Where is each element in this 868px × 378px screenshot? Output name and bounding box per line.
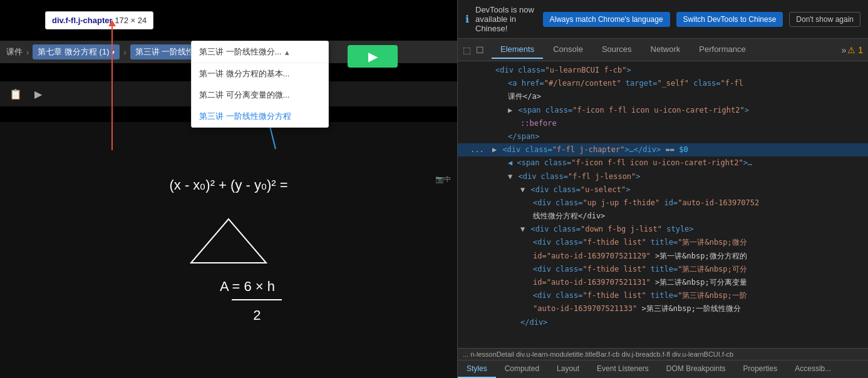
dont-show-again-button[interactable]: Don't show again [789, 12, 860, 27]
breadcrumb-sep2: › [123, 48, 126, 57]
tab-layout[interactable]: Layout [548, 360, 588, 378]
lesson-dropdown: 第三讲 一阶线性微分... ▴ 第一讲 微分方程的基本... 第二讲 可分离变量… [191, 41, 329, 128]
code-line-18[interactable]: "auto-id-1639707521133" >第三讲&nbsp;一阶线性微分 [458, 302, 868, 315]
tab-console[interactable]: Console [544, 41, 592, 59]
code-line-12[interactable]: ▼ <div class="down f-bg j-list" style> [458, 223, 868, 236]
tab-accessibility[interactable]: Accessib... [786, 360, 840, 378]
notes-icon[interactable]: 📋 [9, 88, 22, 100]
tab-properties[interactable]: Properties [735, 360, 787, 378]
dropdown-item-2[interactable]: 第三讲 一阶线性微分方程 [192, 106, 328, 127]
code-line-17[interactable]: <div class="f-thide list" title="第三讲&nbs… [458, 289, 868, 302]
devtools-tab-icons: ⬚ ☐ [463, 45, 484, 55]
code-line-15[interactable]: <div class="f-thide list" title="第二讲&nbs… [458, 263, 868, 276]
devtools-statusbar: ... n-lessonDetail div.u-learn-moduletit… [458, 348, 868, 360]
tooltip-size: 172 × 24 [115, 16, 147, 25]
code-line-11[interactable]: 线性微分方程</div> [458, 210, 868, 223]
devtools-tab-bar: ⬚ ☐ Elements Console Sources Network Per… [458, 39, 868, 61]
device-icon[interactable]: ☐ [476, 45, 484, 55]
devtools-bottom-tab-bar: Styles Computed Layout Event Listeners D… [458, 360, 868, 378]
devtools-code-view[interactable]: <div class="u-learnBCUI f-cb"> <a href="… [458, 61, 868, 348]
code-line-10[interactable]: <div class="up j-up f-thide" id="auto-id… [458, 197, 868, 210]
devtools-notification-bar: ℹ DevTools is now available in Chinese! … [458, 0, 868, 39]
code-line-14[interactable]: id="auto-id-1639707521129" >第一讲&nbsp;微分方… [458, 250, 868, 263]
code-line-1[interactable]: <div class="u-learnBCUI f-cb"> [458, 64, 868, 77]
formula-line-3: A = 6 × h [207, 274, 287, 299]
code-line-4[interactable]: ▶ <span class="f-icon f-fl icon u-icon-c… [458, 104, 868, 117]
element-tooltip: div.f-fl.j-chapter 172 × 24 [45, 11, 153, 29]
warning-badge: ⚠ 1 [847, 45, 863, 55]
dropdown-header-label: 第三讲 一阶线性微分... [199, 46, 281, 58]
play-icon[interactable]: ▶ [34, 88, 42, 100]
video-area: (x - x₀)² + (y - y₀)² = A = 6 × h 2 [0, 122, 457, 378]
play-button[interactable]: ▶ [348, 45, 398, 68]
code-line-selected[interactable]: ... ▶ <div class="f-fl j-chapter">…</div… [458, 143, 868, 156]
dropdown-item-0[interactable]: 第一讲 微分方程的基本... [192, 63, 328, 84]
dropdown-item-label-0: 第一讲 微分方程的基本... [199, 68, 289, 79]
dropdown-item-1[interactable]: 第二讲 可分离变量的微... [192, 84, 328, 106]
tab-computed[interactable]: Computed [496, 360, 548, 378]
more-tabs-button[interactable]: » [842, 45, 847, 55]
tab-event-listeners[interactable]: Event Listeners [588, 360, 658, 378]
breadcrumb-chapter-label: 第七章 微分方程 (1) [38, 46, 109, 58]
code-line-9[interactable]: ▼ <div class="u-select"> [458, 183, 868, 197]
left-panel: div.f-fl.j-chapter 172 × 24 课件 › 第七章 微分方… [0, 0, 457, 378]
code-line-19[interactable]: </div> [458, 316, 868, 329]
tab-elements[interactable]: Elements [492, 41, 543, 59]
tooltip-class: div.f-fl.j-chapter [52, 16, 113, 25]
formula-line-4: 2 [232, 299, 282, 328]
switch-chinese-button[interactable]: Switch DevTools to Chinese [676, 12, 783, 27]
dropdown-header: 第三讲 一阶线性微分... ▴ [192, 41, 328, 63]
code-line-2[interactable]: <a href="#/learn/content" target="_self"… [458, 77, 868, 90]
inspect-icon[interactable]: ⬚ [463, 45, 471, 55]
breadcrumb-home: 课件 [6, 46, 23, 58]
dropdown-item-label-2: 第三讲 一阶线性微分方程 [199, 111, 291, 122]
tab-network[interactable]: Network [642, 41, 690, 59]
watermark: 📷中 [435, 175, 451, 184]
tab-styles[interactable]: Styles [458, 360, 496, 378]
code-line-8[interactable]: ▼ <div class="f-fl j-lesson"> [458, 170, 868, 183]
breadcrumb-chapter[interactable]: 第七章 微分方程 (1) ▾ [33, 44, 120, 59]
code-line-16[interactable]: id="auto-id-1639707521131" >第二讲&nbsp;可分离… [458, 276, 868, 289]
svg-marker-2 [191, 219, 266, 263]
breadcrumb-sep1: › [26, 48, 29, 57]
dropdown-item-label-1: 第二讲 可分离变量的微... [199, 89, 289, 101]
chevron-up-icon: ▴ [285, 48, 289, 57]
statusbar-text: ... n-lessonDetail div.u-learn-moduletit… [463, 350, 733, 358]
tab-dom-breakpoints[interactable]: DOM Breakpoints [658, 360, 735, 378]
info-icon: ℹ [465, 13, 469, 25]
formula-line-2 [169, 216, 287, 274]
formula-line-1: (x - x₀)² + (y - y₀)² = [169, 173, 287, 198]
code-line-5[interactable]: ::before [458, 117, 868, 130]
code-line-3[interactable]: 课件</a> [458, 90, 868, 103]
red-arrow [111, 25, 113, 150]
math-content: (x - x₀)² + (y - y₀)² = A = 6 × h 2 [169, 173, 287, 327]
code-line-6[interactable]: </span> [458, 130, 868, 143]
match-language-button[interactable]: Always match Chrome's language [543, 12, 670, 27]
devtools-panel: ℹ DevTools is now available in Chinese! … [457, 0, 868, 378]
tab-performance[interactable]: Performance [690, 41, 754, 59]
tab-sources[interactable]: Sources [593, 41, 641, 59]
code-line-7[interactable]: ◀ <span class="f-icon f-fl icon u-icon-c… [458, 156, 868, 170]
code-line-13[interactable]: <div class="f-thide list" title="第一讲&nbs… [458, 236, 868, 249]
notification-text: DevTools is now available in Chinese! [475, 5, 537, 33]
